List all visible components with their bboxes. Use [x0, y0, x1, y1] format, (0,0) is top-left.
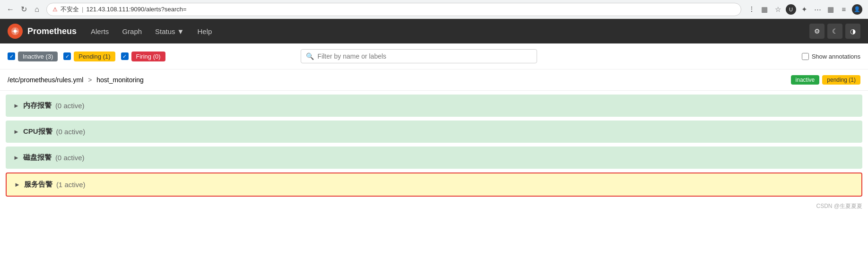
inactive-badge: Inactive (3) — [18, 52, 58, 61]
alert-group-disk[interactable]: ► 磁盘报警 (0 active) — [6, 147, 862, 169]
separator: | — [82, 6, 83, 13]
status-badge-inactive: inactive — [791, 75, 820, 85]
alert-group-service[interactable]: ► 服务告警 (1 active) — [6, 173, 862, 197]
group-name-disk: 磁盘报警 — [23, 153, 52, 162]
browser-right-icons: ︙ ▦ ☆ U ✦ ⋯ ▦ ≡ 👤 — [746, 4, 862, 15]
dropdown-arrow-icon: ▼ — [177, 27, 184, 35]
pending-badge: Pending (1) — [74, 52, 115, 61]
browser-nav-icons: ← ↻ ⌂ — [6, 5, 42, 14]
prometheus-logo — [8, 24, 23, 39]
chevron-right-icon: ► — [13, 128, 19, 135]
breadcrumb-bar: /etc/prometheus/rules.yml > host_monitor… — [0, 69, 868, 91]
security-text: 不安全 — [61, 5, 79, 14]
gear-icon: ⚙ — [814, 27, 820, 35]
alert-groups: ► 内存报警 (0 active) ► CPU报警 (0 active) ► 磁… — [0, 95, 868, 197]
navbar-nav: Alerts Graph Status ▼ Help — [84, 19, 218, 43]
breadcrumb-path[interactable]: /etc/prometheus/rules.yml — [8, 76, 83, 84]
read-mode-icon[interactable]: ︙ — [746, 4, 756, 15]
nav-alerts[interactable]: Alerts — [84, 19, 115, 43]
chevron-right-icon: ► — [13, 102, 19, 109]
navbar-brand: Prometheus — [8, 24, 77, 39]
firing-checkbox[interactable]: ✓ — [121, 52, 129, 60]
back-button[interactable]: ← — [6, 5, 15, 14]
split-view-icon[interactable]: ▦ — [759, 4, 770, 15]
search-input[interactable] — [318, 52, 532, 60]
filter-pending[interactable]: ✓ Pending (1) — [63, 52, 115, 61]
home-button[interactable]: ⌂ — [32, 5, 42, 14]
menu-icon[interactable]: ≡ — [839, 4, 849, 15]
nav-graph[interactable]: Graph — [115, 19, 148, 43]
breadcrumb-status-badges: inactive pending (1) — [791, 75, 860, 85]
prometheus-logo-icon — [10, 26, 20, 36]
group-name-service: 服务告警 — [24, 180, 52, 189]
show-annotations-toggle[interactable]: Show annotations — [802, 53, 860, 60]
alert-group-memory[interactable]: ► 内存报警 (0 active) — [6, 95, 862, 117]
nav-status[interactable]: Status ▼ — [148, 19, 191, 43]
svg-point-1 — [14, 30, 17, 33]
firing-badge: Firing (0) — [131, 52, 165, 61]
url-text: 121.43.108.111:9090/alerts?search= — [86, 6, 186, 13]
group-active-service: (1 active) — [56, 181, 86, 189]
filter-bar: ✓ Inactive (3) ✓ Pending (1) ✓ Firing (0… — [0, 43, 868, 69]
navbar-title: Prometheus — [27, 26, 77, 36]
moon-icon: ☾ — [832, 27, 838, 35]
address-bar[interactable]: ⚠ 不安全 | 121.43.108.111:9090/alerts?searc… — [46, 3, 741, 16]
status-badge-pending: pending (1) — [822, 75, 860, 85]
group-name-memory: 内存报警 — [23, 101, 52, 110]
contrast-icon: ◑ — [850, 27, 856, 35]
breadcrumb-group[interactable]: host_monitoring — [96, 76, 144, 84]
nav-help[interactable]: Help — [191, 19, 218, 43]
pending-checkbox[interactable]: ✓ — [63, 52, 71, 60]
navbar-right-icons: ⚙ ☾ ◑ — [809, 24, 860, 39]
extensions-icon[interactable]: ✦ — [799, 4, 809, 15]
show-annotations-label: Show annotations — [812, 53, 860, 60]
user-avatar[interactable]: 👤 — [852, 4, 862, 15]
profile-icon[interactable]: U — [786, 4, 796, 15]
search-box[interactable]: 🔍 — [301, 49, 537, 63]
group-active-disk: (0 active) — [55, 154, 85, 162]
share-icon[interactable]: ▦ — [825, 4, 836, 15]
navbar: Prometheus Alerts Graph Status ▼ Help ⚙ … — [0, 19, 868, 43]
contrast-btn[interactable]: ◑ — [845, 24, 860, 39]
inactive-checkbox[interactable]: ✓ — [8, 52, 15, 60]
settings-icon-btn[interactable]: ⚙ — [809, 24, 825, 39]
security-warning-icon: ⚠ — [52, 6, 58, 13]
dark-mode-btn[interactable]: ☾ — [827, 24, 842, 39]
group-name-cpu: CPU报警 — [23, 127, 52, 136]
breadcrumb: /etc/prometheus/rules.yml > host_monitor… — [8, 76, 144, 84]
group-active-memory: (0 active) — [55, 102, 85, 110]
star-icon[interactable]: ☆ — [773, 4, 783, 15]
breadcrumb-sep: > — [88, 76, 92, 84]
alert-group-cpu[interactable]: ► CPU报警 (0 active) — [6, 121, 862, 143]
watermark-text: CSDN @生夏夏夏 — [816, 203, 862, 209]
browser-bar: ← ↻ ⌂ ⚠ 不安全 | 121.43.108.111:9090/alerts… — [0, 0, 868, 19]
filter-firing[interactable]: ✓ Firing (0) — [121, 52, 165, 61]
filter-inactive[interactable]: ✓ Inactive (3) — [8, 52, 58, 61]
search-icon: 🔍 — [306, 52, 314, 60]
avatar: U — [786, 4, 796, 15]
footer-watermark: CSDN @生夏夏夏 — [0, 200, 868, 212]
show-annotations-checkbox[interactable] — [802, 53, 809, 60]
group-active-cpu: (0 active) — [56, 128, 86, 136]
more-icon[interactable]: ⋯ — [812, 4, 823, 15]
refresh-button[interactable]: ↻ — [19, 5, 28, 14]
chevron-right-icon: ► — [14, 181, 20, 188]
chevron-right-icon: ► — [13, 154, 19, 161]
